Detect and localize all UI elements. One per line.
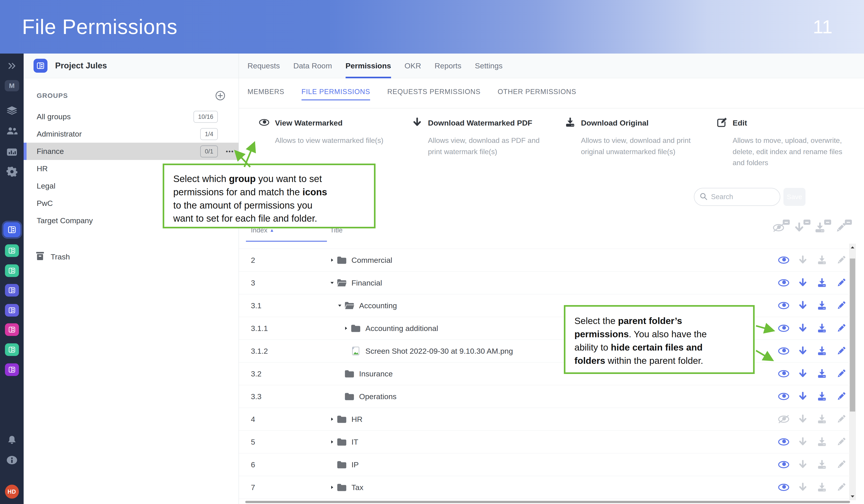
notifications-bell-icon[interactable] (0, 435, 24, 445)
row-view-permission-icon[interactable] (778, 414, 790, 424)
info-icon[interactable] (0, 455, 24, 465)
user-avatar[interactable]: HD (0, 485, 24, 499)
members-icon[interactable] (0, 127, 24, 135)
table-row[interactable]: 4HR (239, 408, 849, 431)
row-view-permission-icon[interactable] (778, 459, 790, 470)
row-edit-permission-icon[interactable] (835, 278, 847, 288)
bulk-download-pdf-icon[interactable] (793, 222, 806, 233)
row-download-pdf-permission-icon[interactable] (797, 278, 809, 288)
table-row[interactable]: 3.1Accounting (239, 294, 849, 317)
group-item-administrator[interactable]: Administrator1/4 (24, 125, 239, 143)
scroll-up-icon[interactable] (850, 245, 855, 250)
row-edit-permission-icon[interactable] (835, 300, 847, 311)
bulk-hide-icon[interactable] (773, 222, 785, 233)
project-tile-3[interactable] (0, 264, 24, 277)
row-download-original-permission-icon[interactable] (816, 300, 828, 311)
project-tile-2[interactable] (0, 244, 24, 257)
table-row[interactable]: 3.3Operations (239, 385, 849, 408)
table-row[interactable]: 3.1.1Accounting additional (239, 317, 849, 340)
table-row[interactable]: 7Tax (239, 476, 849, 499)
group-item-finance[interactable]: Finance0/1••• (24, 143, 239, 160)
row-download-pdf-permission-icon[interactable] (797, 482, 809, 493)
project-tile-4[interactable] (0, 284, 24, 297)
chevron-right-icon[interactable] (330, 485, 334, 490)
row-download-pdf-permission-icon[interactable] (797, 369, 809, 379)
chevron-down-icon[interactable] (337, 303, 342, 308)
horizontal-scrollbar[interactable] (245, 501, 850, 503)
layers-icon[interactable] (0, 106, 24, 116)
vertical-scrollbar[interactable] (849, 244, 856, 500)
project-tile-8[interactable] (0, 363, 24, 376)
row-download-original-permission-icon[interactable] (816, 391, 828, 401)
table-row[interactable]: 3.2Insurance (239, 362, 849, 385)
tab-okr[interactable]: OKR (405, 53, 421, 78)
row-download-pdf-permission-icon[interactable] (797, 391, 809, 401)
row-download-original-permission-icon[interactable] (816, 278, 828, 288)
tab-settings[interactable]: Settings (475, 53, 503, 78)
scrollbar-thumb[interactable] (850, 259, 855, 411)
row-download-pdf-permission-icon[interactable] (797, 255, 809, 265)
table-row[interactable]: 3Financial (239, 272, 849, 294)
row-download-original-permission-icon[interactable] (816, 346, 828, 356)
trash-item[interactable]: Trash (24, 251, 239, 263)
row-download-original-permission-icon[interactable] (816, 414, 828, 424)
row-download-pdf-permission-icon[interactable] (797, 459, 809, 470)
table-row[interactable]: 3.1.2Screen Shot 2022-09-30 at 9.10.30 A… (239, 340, 849, 362)
row-download-original-permission-icon[interactable] (816, 459, 828, 470)
row-view-permission-icon[interactable] (778, 369, 790, 379)
row-download-pdf-permission-icon[interactable] (797, 346, 809, 356)
table-row[interactable]: 5IT (239, 431, 849, 453)
row-view-permission-icon[interactable] (778, 391, 790, 401)
row-download-original-permission-icon[interactable] (816, 255, 828, 265)
sub-tab-requests-permissions[interactable]: REQUESTS PERMISSIONS (387, 88, 480, 100)
row-download-pdf-permission-icon[interactable] (797, 323, 809, 334)
bulk-download-original-icon[interactable] (814, 222, 827, 233)
row-view-permission-icon[interactable] (778, 255, 790, 265)
group-item-all-groups[interactable]: All groups10/16 (24, 108, 239, 125)
group-more-icon[interactable]: ••• (226, 148, 234, 155)
row-edit-permission-icon[interactable] (835, 369, 847, 379)
project-tile-5[interactable] (0, 304, 24, 316)
row-download-original-permission-icon[interactable] (816, 323, 828, 334)
sub-tab-file-permissions[interactable]: FILE PERMISSIONS (301, 88, 370, 100)
row-edit-permission-icon[interactable] (835, 323, 847, 334)
row-download-pdf-permission-icon[interactable] (797, 414, 809, 424)
row-view-permission-icon[interactable] (778, 300, 790, 311)
chevron-down-icon[interactable] (330, 280, 334, 285)
row-download-original-permission-icon[interactable] (816, 437, 828, 447)
search-input[interactable] (711, 193, 775, 201)
sub-tab-other-permissions[interactable]: OTHER PERMISSIONS (498, 88, 576, 100)
row-view-permission-icon[interactable] (778, 482, 790, 493)
project-tile-7[interactable] (0, 343, 24, 356)
table-row[interactable]: 2Commercial (239, 249, 849, 272)
row-download-original-permission-icon[interactable] (816, 482, 828, 493)
settings-gear-icon[interactable] (0, 166, 24, 177)
row-edit-permission-icon[interactable] (835, 255, 847, 265)
row-download-pdf-permission-icon[interactable] (797, 437, 809, 447)
tab-data-room[interactable]: Data Room (293, 53, 332, 78)
project-tile-6[interactable] (0, 323, 24, 336)
row-download-original-permission-icon[interactable] (816, 369, 828, 379)
search-box[interactable] (694, 188, 780, 206)
row-edit-permission-icon[interactable] (835, 459, 847, 470)
tab-permissions[interactable]: Permissions (346, 53, 391, 78)
row-view-permission-icon[interactable] (778, 323, 790, 334)
row-view-permission-icon[interactable] (778, 278, 790, 288)
table-row[interactable]: 6IP (239, 453, 849, 476)
scroll-down-icon[interactable] (850, 494, 855, 499)
row-edit-permission-icon[interactable] (835, 437, 847, 447)
row-download-pdf-permission-icon[interactable] (797, 300, 809, 311)
project-logo-icon[interactable] (34, 59, 47, 73)
sub-tab-members[interactable]: MEMBERS (248, 88, 285, 100)
chevron-right-icon[interactable] (330, 440, 334, 444)
chevron-right-icon[interactable] (344, 326, 348, 331)
row-edit-permission-icon[interactable] (835, 482, 847, 493)
row-edit-permission-icon[interactable] (835, 391, 847, 401)
tab-reports[interactable]: Reports (435, 53, 461, 78)
row-edit-permission-icon[interactable] (835, 346, 847, 356)
workspace-m-tile[interactable]: M (0, 80, 24, 91)
dashboard-icon[interactable] (0, 147, 24, 157)
save-button[interactable]: Save (783, 188, 805, 206)
row-view-permission-icon[interactable] (778, 437, 790, 447)
chevron-right-icon[interactable] (330, 258, 334, 262)
